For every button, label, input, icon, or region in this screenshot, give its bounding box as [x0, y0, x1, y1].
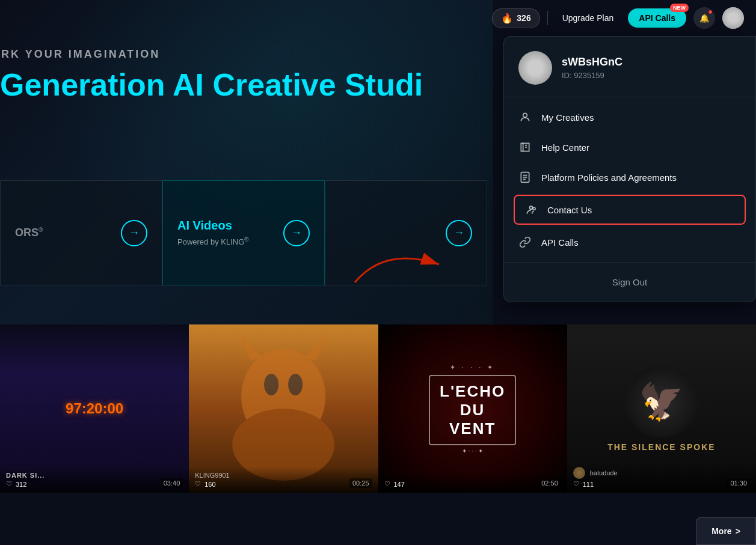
user-dropdown-menu: sWBsHGnC ID: 9235159 My Creatives — [503, 36, 756, 302]
svg-point-10 — [533, 207, 535, 210]
media-text-1: 97:20:00 — [66, 400, 123, 417]
card-2-label: AI Videos — [177, 219, 249, 233]
fire-badge: 🔥 326 — [492, 8, 539, 28]
media-overlay-2: KLING9901 ♡ 160 00:25 — [189, 467, 378, 493]
hero-text-area: RK YOUR IMAGINATION Generation AI Creati… — [0, 48, 423, 102]
sign-out-label: Sign Out — [612, 277, 647, 287]
api-calls-label: API Calls — [639, 13, 675, 23]
dropdown-help-center[interactable]: Help Center — [504, 132, 755, 162]
contact-us-label: Contact Us — [547, 205, 592, 215]
like-count-3: 147 — [394, 481, 405, 488]
card-2-sublabel: Powered by KLING® — [177, 236, 249, 246]
media-stats-4: ♡ 111 — [573, 480, 618, 488]
media-item-4[interactable]: 🦅 THE SILENCE SPOKE batudude ♡ 111 01:30 — [567, 324, 756, 493]
like-count-1: 312 — [16, 481, 26, 488]
help-center-label: Help Center — [541, 142, 589, 153]
svg-marker-4 — [304, 336, 325, 361]
media-item-2[interactable]: KLING9901 ♡ 160 00:25 — [189, 324, 378, 493]
media-meta-left-2: KLING9901 ♡ 160 — [195, 472, 229, 488]
avatar — [722, 7, 744, 29]
heart-icon-3: ♡ — [384, 480, 390, 488]
dropdown-items: My Creatives Help Center Platform Polici… — [504, 97, 755, 302]
svg-point-9 — [530, 206, 533, 209]
media-username-4: batudude — [590, 469, 618, 476]
dropdown-userid: ID: 9235159 — [562, 71, 622, 80]
policies-label: Platform Policies and Agreements — [541, 172, 677, 183]
media-grid: 97:20:00 DARK SI... ♡ 312 03:40 — [0, 324, 756, 493]
link-icon — [518, 236, 532, 249]
card-2-left: AI Videos Powered by KLING® — [177, 219, 249, 246]
more-button[interactable]: More > — [696, 517, 756, 545]
media-title-1: DARK SI... — [6, 472, 45, 479]
doc-icon — [518, 171, 532, 184]
media-username-2: KLING9901 — [195, 472, 229, 479]
topbar: 🔥 326 Upgrade Plan API Calls NEW 🔔 — [0, 0, 756, 36]
fire-count: 326 — [517, 13, 530, 23]
sign-out-button[interactable]: Sign Out — [504, 267, 755, 297]
person-icon — [518, 111, 532, 124]
like-count-4: 111 — [583, 481, 594, 488]
card-1-label: ORS® — [15, 227, 43, 239]
media-duration-1: 03:40 — [161, 478, 183, 488]
raven-circle: 🦅 — [625, 365, 698, 437]
contact-icon — [524, 203, 538, 216]
svg-point-7 — [523, 113, 527, 117]
notification-dot — [708, 10, 713, 14]
hero-title: Generation AI Creative Studi — [0, 68, 423, 102]
raven-inner: 🦅 THE SILENCE SPOKE — [607, 365, 715, 452]
media-meta-left-4: batudude ♡ 111 — [573, 467, 618, 488]
echo-content: ✦ · · · ✦ L'ECHODUVENT ✦ · · · ✦ — [429, 364, 516, 454]
media-stats-1: ♡ 312 — [6, 480, 45, 488]
dropdown-avatar — [518, 51, 552, 85]
raven-title: THE SILENCE SPOKE — [607, 442, 715, 452]
heart-icon-4: ♡ — [573, 480, 579, 488]
hero-subtitle: RK YOUR IMAGINATION — [0, 48, 423, 61]
bell-icon: 🔔 — [699, 14, 710, 23]
red-arrow-pointer — [337, 234, 457, 306]
media-meta-left-1: DARK SI... ♡ 312 — [6, 472, 45, 488]
card-1[interactable]: ORS® → — [0, 180, 162, 285]
dropdown-api-calls[interactable]: API Calls — [504, 227, 755, 257]
dropdown-contact-us[interactable]: Contact Us — [514, 195, 746, 225]
media-overlay-3: ♡ 147 02:50 — [378, 473, 567, 493]
like-count-2: 160 — [204, 481, 215, 488]
media-overlay-1: DARK SI... ♡ 312 03:40 — [0, 467, 189, 493]
user-avatar-4 — [573, 467, 585, 479]
media-stats-2: ♡ 160 — [195, 480, 229, 488]
my-creatives-label: My Creatives — [541, 112, 594, 123]
card-2[interactable]: AI Videos Powered by KLING® → — [162, 180, 325, 285]
media-item-3[interactable]: ✦ · · · ✦ L'ECHODUVENT ✦ · · · ✦ ♡ 147 0… — [378, 324, 567, 493]
media-meta-left-3: ♡ 147 — [384, 480, 405, 488]
media-duration-4: 01:30 — [727, 478, 750, 488]
svg-marker-3 — [241, 336, 262, 361]
upgrade-button[interactable]: Upgrade Plan — [555, 10, 621, 26]
more-label: More — [711, 526, 731, 536]
media-badge-1: 97:20:00 — [66, 400, 123, 417]
media-duration-2: 00:25 — [349, 478, 372, 488]
card-1-arrow[interactable]: → — [121, 220, 147, 246]
user-avatar-button[interactable] — [722, 7, 744, 29]
media-item-1[interactable]: 97:20:00 DARK SI... ♡ 312 03:40 — [0, 324, 189, 493]
api-calls-menu-label: API Calls — [541, 237, 579, 248]
divider — [547, 11, 548, 25]
dropdown-user-info: sWBsHGnC ID: 9235159 — [562, 56, 622, 80]
dropdown-username: sWBsHGnC — [562, 56, 622, 69]
media-overlay-4: batudude ♡ 111 01:30 — [567, 462, 756, 493]
heart-icon-2: ♡ — [195, 480, 201, 488]
new-badge: NEW — [670, 4, 689, 12]
heart-icon-1: ♡ — [6, 480, 12, 488]
dropdown-policies[interactable]: Platform Policies and Agreements — [504, 162, 755, 192]
book-icon — [518, 141, 532, 154]
dropdown-my-creatives[interactable]: My Creatives — [504, 102, 755, 132]
fire-icon: 🔥 — [501, 13, 513, 24]
svg-point-5 — [264, 374, 278, 395]
more-arrow: > — [736, 526, 740, 536]
echo-stars: ✦ · · · ✦ — [429, 448, 516, 454]
media-stats-3: ♡ 147 — [384, 480, 405, 488]
media-duration-3: 02:50 — [538, 478, 561, 488]
hero-title-cyan: Generation AI Creative Studi — [0, 67, 423, 102]
svg-point-6 — [288, 374, 303, 395]
card-2-arrow[interactable]: → — [283, 220, 310, 246]
notification-button[interactable]: 🔔 — [693, 7, 715, 29]
api-calls-button[interactable]: API Calls NEW — [628, 8, 686, 28]
